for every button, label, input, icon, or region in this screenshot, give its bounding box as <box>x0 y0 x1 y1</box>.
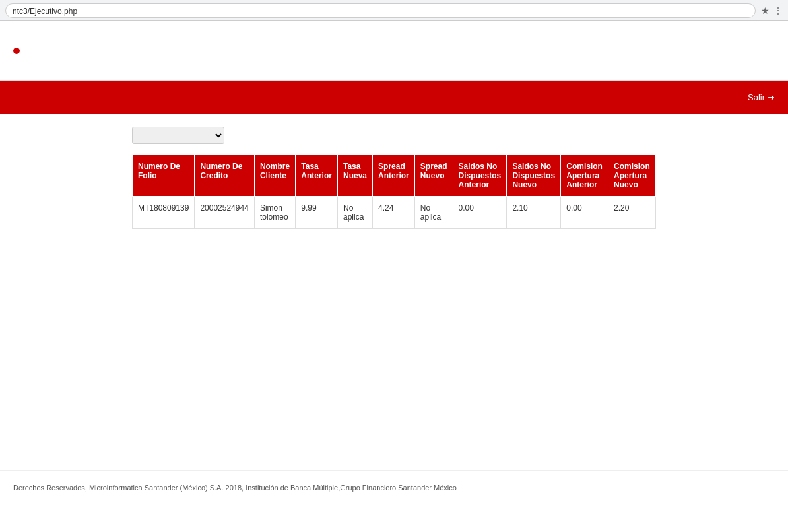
table-cell: 2.10 <box>507 197 561 229</box>
navbar: Salir ➜ <box>0 81 788 114</box>
table-cell: No aplica <box>338 197 373 229</box>
browser-icons: ★ ⋮ <box>761 5 783 16</box>
col-folio: Numero De Folio <box>133 155 195 197</box>
col-spread-nuevo: Spread Nuevo <box>414 155 453 197</box>
page-footer: Derechos Reservados, Microinformatica Sa… <box>0 470 788 505</box>
col-nombre: Nombre Cliente <box>254 155 295 197</box>
table-cell: 0.00 <box>561 197 608 229</box>
table-cell: 0.00 <box>453 197 507 229</box>
col-tasa-anterior: Tasa Anterior <box>296 155 338 197</box>
data-table: Numero De Folio Numero De Credito Nombre… <box>132 154 656 229</box>
table-cell: 2.20 <box>608 197 656 229</box>
table-cell: No aplica <box>414 197 453 229</box>
table-cell: MT180809139 <box>133 197 195 229</box>
table-row: MT18080913920002524944Simon tolomeo9.99N… <box>133 197 656 229</box>
table-header-row: Numero De Folio Numero De Credito Nombre… <box>133 155 656 197</box>
salir-label: Salir <box>748 92 765 102</box>
col-spread-anterior: Spread Anterior <box>373 155 415 197</box>
star-icon[interactable]: ★ <box>761 5 770 16</box>
page-header <box>0 21 788 81</box>
table-cell: 20002524944 <box>195 197 254 229</box>
filter-select[interactable] <box>132 127 224 144</box>
table-cell: Simon tolomeo <box>254 197 295 229</box>
main-content: Numero De Folio Numero De Credito Nombre… <box>0 114 788 444</box>
url-bar[interactable]: ntc3/Ejecutivo.php <box>5 3 756 18</box>
footer-text: Derechos Reservados, Microinformatica Sa… <box>13 484 457 492</box>
col-tasa-nueva: Tasa Nueva <box>338 155 373 197</box>
salir-button[interactable]: Salir ➜ <box>748 92 775 102</box>
col-credito: Numero De Credito <box>195 155 254 197</box>
col-saldos-nuevo: Saldos No Dispuestos Nuevo <box>507 155 561 197</box>
col-comision-anterior: Comision Apertura Anterior <box>561 155 608 197</box>
menu-icon[interactable]: ⋮ <box>773 5 783 16</box>
logo-dot <box>13 48 20 54</box>
table-cell: 9.99 <box>296 197 338 229</box>
browser-bar: ntc3/Ejecutivo.php ★ ⋮ <box>0 0 788 21</box>
col-comision-nuevo: Comision Apertura Nuevo <box>608 155 656 197</box>
col-saldos-anterior: Saldos No Dispuestos Anterior <box>453 155 507 197</box>
table-cell: 4.24 <box>373 197 415 229</box>
salir-icon: ➜ <box>768 92 775 102</box>
filter-row <box>132 127 788 144</box>
